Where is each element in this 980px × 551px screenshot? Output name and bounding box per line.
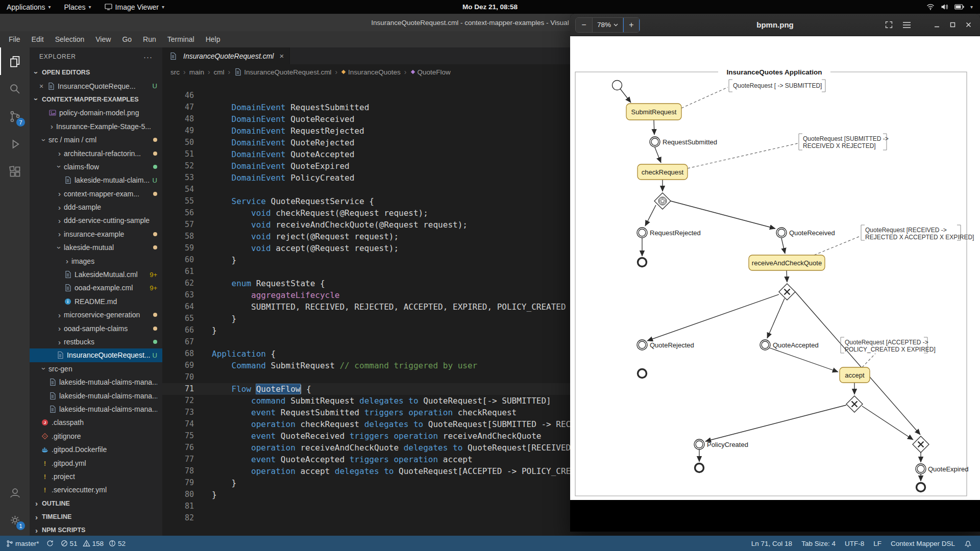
git-modified-dot bbox=[153, 340, 157, 344]
info-count: 52 bbox=[118, 540, 126, 547]
os-status-icons[interactable]: ▾ bbox=[926, 4, 980, 10]
tree-item[interactable]: J.classpath bbox=[30, 416, 162, 429]
tree-item[interactable]: InsuranceQuoteRequest...U bbox=[30, 348, 162, 362]
problems-indicator[interactable]: 51 158 52 bbox=[61, 540, 126, 547]
image-viewer-app-icon bbox=[105, 4, 112, 10]
chevron-icon: › bbox=[55, 243, 64, 252]
chevron-icon: › bbox=[32, 68, 41, 77]
open-editor-item[interactable]: × InsuranceQuoteReque... U bbox=[30, 79, 162, 92]
menu-terminal[interactable]: Terminal bbox=[162, 31, 200, 47]
breadcrumb-cml[interactable]: cml bbox=[214, 68, 225, 76]
menu-selection[interactable]: Selection bbox=[50, 31, 90, 47]
os-menu-applications[interactable]: Applications ▾ bbox=[0, 0, 58, 14]
menu-help[interactable]: Help bbox=[200, 31, 226, 47]
svg-text:QuoteRequest [SUBMITTED ->: QuoteRequest [SUBMITTED -> bbox=[803, 135, 889, 142]
tree-item[interactable]: ›restbucks bbox=[30, 335, 162, 348]
tree-item[interactable]: ooad-example.cml9+ bbox=[30, 281, 162, 294]
tree-item[interactable]: ›src / main / cml bbox=[30, 133, 162, 146]
tree-item[interactable]: lakeside-mutual-claims-mana... bbox=[30, 375, 162, 389]
git-status-badge: 9+ bbox=[150, 271, 157, 279]
tree-item[interactable]: policy-domain-model.png bbox=[30, 106, 162, 119]
menu-file[interactable]: File bbox=[3, 31, 26, 47]
svg-text:QuoteReceived: QuoteReceived bbox=[789, 229, 835, 237]
tree-item[interactable]: ›context-mapper-exam... bbox=[30, 187, 162, 201]
tree-item[interactable]: lakeside-mutual-claims-mana... bbox=[30, 389, 162, 402]
zoom-controls: − 78% + bbox=[575, 17, 640, 33]
file-tree: policy-domain-model.png›Insurance-Exampl… bbox=[30, 106, 162, 496]
branch-name: master* bbox=[15, 540, 39, 547]
tree-item[interactable]: LakesideMutual.cml9+ bbox=[30, 268, 162, 281]
zoom-in-button[interactable]: + bbox=[623, 17, 640, 33]
breadcrumb-src[interactable]: src bbox=[170, 68, 180, 76]
tree-item[interactable]: ›microservice-generation bbox=[30, 308, 162, 321]
tree-item[interactable]: ›insurance-example bbox=[30, 228, 162, 241]
os-top-bar: Applications ▾ Places ▾ Image Viewer ▾ M… bbox=[0, 0, 980, 14]
image-viewer-title-bar[interactable]: − 78% + bpmn.png bbox=[570, 14, 980, 36]
tree-item[interactable]: ›ddd-sample bbox=[30, 201, 162, 214]
fullscreen-icon[interactable] bbox=[885, 20, 893, 29]
os-clock[interactable]: Mo Dez 21, 08:58 bbox=[462, 3, 518, 11]
tree-item[interactable]: ›ooad-sample-claims bbox=[30, 321, 162, 335]
tree-item[interactable]: ›Insurance-Example-Stage-5... bbox=[30, 120, 162, 133]
explorer-icon[interactable] bbox=[0, 47, 30, 75]
menu-run[interactable]: Run bbox=[137, 31, 162, 47]
npm-scripts-section[interactable]: › NPM SCRIPTS bbox=[30, 523, 162, 536]
chevron-icon: › bbox=[55, 324, 64, 333]
tree-item[interactable]: README.md bbox=[30, 295, 162, 308]
menu-go[interactable]: Go bbox=[116, 31, 137, 47]
breadcrumb-insurancequotes[interactable]: InsuranceQuotes bbox=[341, 68, 401, 76]
extensions-icon[interactable] bbox=[0, 158, 30, 185]
breadcrumb-quoteflow[interactable]: QuoteFlow bbox=[410, 68, 451, 76]
tree-item[interactable]: ›ddd-service-cutting-sample bbox=[30, 214, 162, 227]
tree-item[interactable]: !.project bbox=[30, 470, 162, 483]
breadcrumb-main[interactable]: main bbox=[189, 68, 204, 76]
hamburger-menu-icon[interactable] bbox=[902, 21, 911, 29]
settings-gear-icon[interactable]: 1 bbox=[0, 506, 30, 534]
tree-item[interactable]: ›src-gen bbox=[30, 362, 162, 375]
tree-item[interactable]: ›claims-flow bbox=[30, 160, 162, 173]
open-editors-section[interactable]: › OPEN EDITORS bbox=[30, 66, 162, 79]
tree-item[interactable]: lakeside-mutual-claim...U bbox=[30, 173, 162, 187]
project-section[interactable]: › CONTEXT-MAPPER-EXAMPLES bbox=[30, 93, 162, 106]
language-mode[interactable]: Context Mapper DSL bbox=[891, 540, 955, 547]
zoom-level-dropdown[interactable]: 78% bbox=[592, 18, 623, 32]
tab-insurancequoterequest[interactable]: InsuranceQuoteRequest.cml × bbox=[162, 47, 290, 64]
breadcrumb-file[interactable]: InsuranceQuoteRequest.cml bbox=[234, 68, 331, 76]
os-menu-places[interactable]: Places ▾ bbox=[58, 0, 98, 14]
os-menu-active-app[interactable]: Image Viewer ▾ bbox=[98, 0, 171, 14]
svg-text:QuoteRequest [ -> SUBMITTED]: QuoteRequest [ -> SUBMITTED] bbox=[733, 82, 822, 89]
tree-item[interactable]: lakeside-mutual-claims-mana... bbox=[30, 403, 162, 416]
maximize-icon[interactable] bbox=[949, 21, 956, 28]
tab-size-indicator[interactable]: Tab Size: 4 bbox=[801, 540, 836, 547]
close-icon[interactable] bbox=[965, 21, 972, 28]
tree-item[interactable]: ›images bbox=[30, 254, 162, 267]
timeline-section[interactable]: › TIMELINE bbox=[30, 510, 162, 523]
menu-view[interactable]: View bbox=[90, 31, 116, 47]
tree-item[interactable]: .gitpod.Dockerfile bbox=[30, 443, 162, 456]
account-icon[interactable] bbox=[0, 479, 30, 506]
cursor-position[interactable]: Ln 71, Col 18 bbox=[751, 540, 792, 547]
more-actions-icon[interactable]: ··· bbox=[143, 53, 153, 61]
close-icon[interactable]: × bbox=[37, 82, 46, 90]
tree-item[interactable]: ›architectural-refactorin... bbox=[30, 146, 162, 160]
tree-item[interactable]: !.servicecutter.yml bbox=[30, 483, 162, 496]
notifications-bell-icon[interactable] bbox=[964, 540, 972, 547]
encoding-indicator[interactable]: UTF-8 bbox=[845, 540, 864, 547]
outline-section[interactable]: › OUTLINE bbox=[30, 497, 162, 510]
search-icon[interactable] bbox=[0, 75, 30, 103]
tree-item[interactable]: .gitignore bbox=[30, 430, 162, 443]
tree-item[interactable]: !.gitpod.yml bbox=[30, 456, 162, 469]
zoom-out-button[interactable]: − bbox=[576, 17, 592, 33]
menu-edit[interactable]: Edit bbox=[26, 31, 50, 47]
sync-icon[interactable] bbox=[46, 540, 54, 547]
git-branch-indicator[interactable]: master* bbox=[6, 540, 39, 547]
tree-item[interactable]: ›lakeside-mutual bbox=[30, 241, 162, 254]
source-control-icon[interactable]: 7 bbox=[0, 103, 30, 130]
chevron-icon: › bbox=[32, 526, 41, 535]
run-debug-icon[interactable] bbox=[0, 130, 30, 158]
minimize-icon[interactable] bbox=[934, 21, 940, 28]
eol-indicator[interactable]: LF bbox=[873, 540, 881, 547]
chevron-down-icon: ▾ bbox=[48, 4, 51, 10]
chevron-icon: › bbox=[55, 311, 64, 319]
close-icon[interactable]: × bbox=[277, 52, 284, 60]
